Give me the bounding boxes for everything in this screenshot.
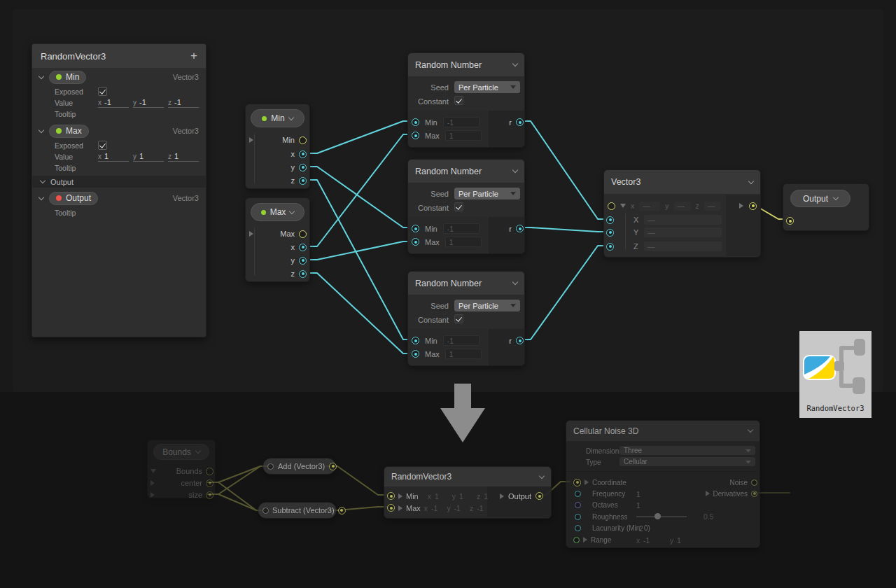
chevron-down-icon[interactable]	[289, 208, 295, 214]
lacunarity-port[interactable]	[575, 525, 581, 531]
chevron-down-icon[interactable]	[40, 178, 46, 183]
chevron-down-icon[interactable]	[38, 73, 44, 78]
property-row-min[interactable]: Min Vector3	[39, 69, 199, 85]
vector3-x-port[interactable]	[606, 216, 614, 224]
subtract-output-port[interactable]	[338, 507, 346, 514]
expander-icon[interactable]	[249, 137, 253, 143]
rn-max-field[interactable]: 1	[445, 130, 482, 141]
constant-checkbox-unchecked[interactable]	[454, 314, 463, 323]
chevron-down-icon[interactable]	[748, 427, 753, 433]
vector3-y-field[interactable]: —	[644, 227, 722, 237]
add-vector3-node[interactable]: Add (Vector3)	[262, 458, 336, 475]
rn-r-port[interactable]	[516, 118, 524, 126]
roughness-slider-track[interactable]	[636, 516, 687, 517]
chevron-down-icon[interactable]	[38, 194, 44, 200]
value-z-field[interactable]: z1	[168, 152, 199, 162]
value-z-field[interactable]: z-1	[168, 98, 199, 108]
chevron-down-icon[interactable]	[539, 472, 545, 478]
vector3-x-field[interactable]: —	[644, 215, 722, 225]
subtract-input-port[interactable]	[262, 507, 269, 514]
rn-max-field[interactable]: 1	[445, 349, 482, 359]
expander-icon[interactable]	[150, 480, 155, 486]
rv3-output-port[interactable]	[536, 492, 543, 500]
value-y-field[interactable]: y1	[133, 152, 164, 162]
max-parameter-node[interactable]: Max Max x y z	[245, 197, 310, 282]
vector3-node[interactable]: Vector3 x — y — z — X — Y —	[603, 169, 761, 258]
chevron-down-icon[interactable]	[512, 279, 518, 285]
expander-down-icon[interactable]	[620, 204, 626, 208]
bounds-size-port[interactable]	[206, 491, 214, 499]
vector3-z-port[interactable]	[606, 243, 614, 251]
frequency-port[interactable]	[575, 491, 581, 497]
property-row-max[interactable]: Max Vector3	[39, 123, 199, 139]
expander-icon[interactable]	[249, 231, 253, 237]
chevron-down-icon[interactable]	[748, 178, 754, 183]
roughness-port[interactable]	[575, 514, 581, 520]
value-y-field[interactable]: y-1	[133, 98, 164, 108]
expander-down-icon[interactable]	[150, 469, 156, 473]
octaves-port[interactable]	[575, 502, 581, 508]
rn-min-port[interactable]	[412, 337, 419, 344]
rn-max-field[interactable]: 1	[445, 237, 482, 247]
lacunarity-value[interactable]: 2	[639, 524, 643, 533]
rn-min-field[interactable]: -1	[443, 117, 479, 127]
constant-checkbox-unchecked[interactable]	[454, 202, 463, 211]
exposed-checkbox-checked-icon[interactable]	[98, 141, 107, 150]
rn-min-port[interactable]	[412, 118, 419, 126]
expander-icon[interactable]	[739, 203, 743, 209]
dimensions-dropdown[interactable]: Three	[620, 446, 755, 455]
expander-icon[interactable]	[583, 537, 587, 542]
expander-icon[interactable]	[398, 505, 402, 511]
constant-checkbox-unchecked[interactable]	[454, 96, 463, 105]
chevron-down-icon[interactable]	[195, 448, 201, 454]
bounds-node-pill[interactable]: Bounds	[153, 444, 209, 460]
expander-icon[interactable]	[150, 492, 155, 498]
chevron-down-icon[interactable]	[512, 167, 518, 173]
rn-max-port[interactable]	[412, 350, 419, 358]
random-number-node-1[interactable]: Random Number Seed Per Particle Constant…	[407, 52, 525, 148]
bounds-center-port[interactable]	[206, 479, 214, 487]
asset-card[interactable]: RandomVector3	[799, 331, 872, 418]
property-row-output[interactable]: Output Vector3	[39, 190, 199, 206]
noise-output-port[interactable]	[751, 479, 757, 486]
chevron-down-icon[interactable]	[288, 114, 293, 120]
output-node-pill[interactable]: Output	[790, 190, 850, 207]
expander-icon[interactable]	[500, 493, 504, 499]
randomvector3-subgraph-node[interactable]: RandomVector3 Min x1 y1 z1 Max x-1 y-1 z…	[384, 466, 552, 519]
vector3-collapsed-port[interactable]	[608, 202, 615, 210]
expander-icon[interactable]	[398, 493, 402, 499]
add-property-button[interactable]: +	[190, 49, 197, 63]
property-pill-output[interactable]: Output	[49, 192, 98, 205]
chevron-down-icon[interactable]	[38, 127, 44, 132]
expander-icon[interactable]	[584, 479, 589, 485]
min-y-port[interactable]	[299, 164, 307, 172]
add-input-port[interactable]	[267, 463, 274, 470]
vector3-output-port[interactable]	[749, 202, 757, 210]
rn-r-port[interactable]	[516, 337, 524, 344]
min-x-port[interactable]	[299, 150, 307, 158]
roughness-value[interactable]: 0.5	[704, 512, 714, 521]
output-context-node[interactable]: Output	[783, 183, 869, 231]
max-output-port[interactable]	[299, 230, 307, 238]
random-number-node-2[interactable]: Random Number Seed Per Particle Constant…	[407, 159, 525, 254]
expander-icon[interactable]	[706, 491, 710, 496]
bounds-node[interactable]: Bounds Bounds center size	[147, 440, 216, 498]
value-x-field[interactable]: x1	[98, 152, 129, 162]
property-pill-min[interactable]: Min	[49, 71, 86, 84]
octaves-value[interactable]: 1	[636, 501, 640, 510]
min-parameter-node[interactable]: Min Min x y z	[245, 104, 310, 189]
min-output-port[interactable]	[299, 136, 307, 144]
output-section-header[interactable]: Output	[32, 176, 206, 188]
chevron-down-icon[interactable]	[833, 195, 839, 200]
derivatives-output-port[interactable]	[751, 491, 757, 497]
cellular-noise-3d-node[interactable]: Cellular Noise 3D Dimensions Three Type …	[566, 420, 760, 548]
frequency-value[interactable]: 1	[636, 490, 640, 498]
min-z-port[interactable]	[299, 177, 307, 185]
seed-dropdown[interactable]: Per Particle	[454, 300, 520, 312]
add-output-port[interactable]	[329, 463, 337, 470]
rv3-max-port[interactable]	[387, 504, 395, 512]
exposed-checkbox-checked-icon[interactable]	[98, 87, 107, 96]
rn-min-field[interactable]: -1	[443, 335, 479, 346]
max-x-port[interactable]	[299, 244, 307, 251]
blackboard-panel[interactable]: RandomVector3 + Min Vector3 Exposed Valu…	[31, 43, 206, 337]
